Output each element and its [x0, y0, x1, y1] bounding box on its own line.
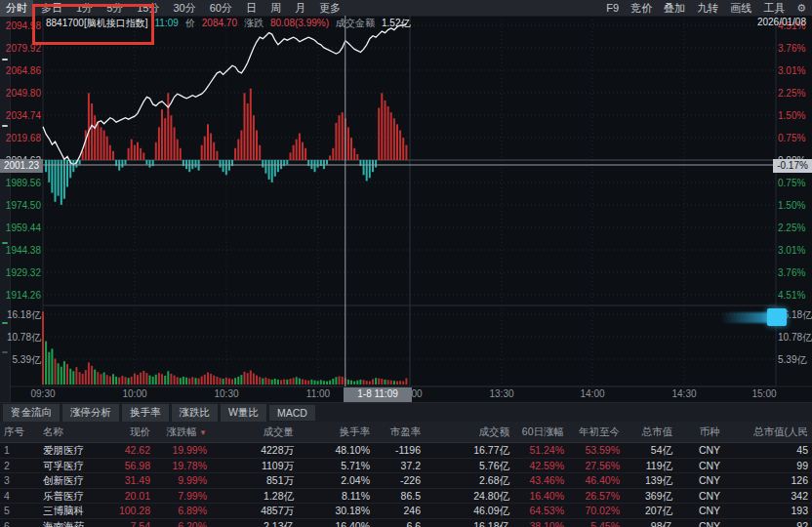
tool-item-F9[interactable]: F9 — [600, 1, 625, 15]
period-item-60分[interactable]: 60分 — [204, 0, 238, 17]
table-cell: 4857万 — [211, 504, 298, 518]
table-cell: 42.62 — [109, 443, 154, 458]
column-header-序号[interactable]: 序号 — [0, 422, 39, 442]
tool-item-九转[interactable]: 九转 — [691, 0, 724, 17]
crosshair-pct-tag: -0.17% — [773, 159, 812, 173]
table-cell: CNY — [676, 459, 743, 473]
table-cell: CNY — [676, 504, 743, 518]
indicator-tab-涨停分析[interactable]: 涨停分析 — [62, 404, 119, 422]
table-cell: 48.10% — [298, 443, 374, 458]
indicator-tab-涨跌比[interactable]: 涨跌比 — [172, 404, 219, 422]
column-header-总市值[interactable]: 总市值 — [624, 422, 676, 442]
period-item-周[interactable]: 周 — [264, 0, 287, 17]
column-header-成交量[interactable]: 成交量 — [211, 422, 298, 442]
table-cell: 46.09亿 — [425, 504, 513, 518]
highlight-comet-marker[interactable] — [767, 308, 787, 326]
table-cell: 2.13亿 — [211, 519, 298, 527]
column-header-名称[interactable]: 名称 — [39, 422, 109, 442]
table-cell: 6 — [0, 519, 39, 527]
table-cell: 8.11% — [298, 489, 374, 504]
table-cell: 2.68亿 — [425, 473, 513, 488]
column-header-币种[interactable]: 币种 — [676, 422, 743, 442]
table-cell: 海南海药 — [39, 519, 109, 527]
column-header-总市值(人民[interactable]: 总市值(人民 — [743, 422, 812, 442]
table-row-创新医疗[interactable]: 3创新医疗31.499.99%851万2.04%-2262.68亿43.46%4… — [0, 473, 812, 489]
column-header-年初至今[interactable]: 年初至今 — [568, 422, 624, 442]
table-cell: 2 — [0, 459, 39, 473]
table-cell: 119亿 — [624, 459, 676, 473]
annotation-box — [32, 4, 154, 45]
tool-item-工具[interactable]: 工具 — [757, 0, 791, 17]
column-header-60日涨幅[interactable]: 60日涨幅 — [513, 422, 568, 442]
table-cell: 54亿 — [624, 443, 676, 458]
stock-app-window: 2094.982079.922064.862049.802034.742019.… — [0, 0, 812, 527]
table-cell: 5.71% — [298, 459, 374, 473]
indicator-tab-MACD[interactable]: MACD — [269, 405, 315, 421]
tool-item-叠加[interactable]: 叠加 — [658, 0, 691, 17]
table-cell: 193 — [743, 504, 812, 518]
gear-icon[interactable]: ⚙ — [791, 2, 812, 15]
table-cell: 26.57% — [568, 489, 624, 504]
table-cell: 27.56% — [568, 459, 624, 473]
table-cell: 19.78% — [154, 459, 211, 473]
indicator-tab-bar: 资金流向涨停分析换手率涨跌比W量比MACD — [0, 402, 812, 423]
column-header-换手率[interactable]: 换手率 — [298, 422, 374, 442]
table-cell: 139亿 — [624, 473, 676, 488]
table-row-三博脑科[interactable]: 5三博脑科100.286.89%4857万30.18%24646.09亿64.5… — [0, 504, 812, 519]
table-row-可孚医疗[interactable]: 2可孚医疗56.9819.78%1109万5.71%37.25.76亿42.59… — [0, 459, 812, 474]
table-row-海南海药[interactable]: 6海南海药7.546.20%2.13亿16.40%-6.616.18亿38.10… — [0, 519, 812, 527]
table-cell: 7.99% — [154, 489, 211, 504]
period-item-月[interactable]: 月 — [289, 0, 311, 17]
period-item-更多[interactable]: 更多 — [313, 0, 346, 17]
collapsed-side-panel[interactable] — [0, 16, 11, 402]
table-cell: 45 — [743, 443, 812, 458]
table-header-row: 序号名称现价涨跌幅▼成交量换手率市盈率成交额60日涨幅年初至今总市值币种总市值(… — [0, 422, 812, 443]
indicator-tab-资金流向[interactable]: 资金流向 — [3, 404, 60, 422]
tool-item-画线[interactable]: 画线 — [724, 0, 757, 17]
table-row-乐普医疗[interactable]: 4乐普医疗20.017.99%1.28亿8.11%86.524.80亿16.40… — [0, 489, 812, 505]
side-panel-mark — [2, 125, 8, 127]
tool-item-竞价[interactable]: 竞价 — [625, 0, 658, 17]
sort-desc-icon: ▼ — [199, 428, 207, 437]
table-cell: 56.98 — [109, 459, 154, 473]
table-cell: 1 — [0, 443, 39, 458]
column-header-市盈率[interactable]: 市盈率 — [374, 422, 425, 442]
table-cell: 4228万 — [211, 443, 298, 458]
table-cell: 16.40% — [513, 489, 568, 504]
table-cell: CNY — [676, 519, 743, 527]
table-cell: 5.45% — [568, 519, 624, 527]
table-cell: 70.02% — [568, 504, 624, 518]
table-cell: 9.99% — [154, 473, 211, 488]
table-cell: 92 — [743, 519, 812, 527]
table-cell: 37.2 — [374, 459, 425, 473]
table-cell: 64.53% — [513, 504, 568, 518]
indicator-tab-换手率[interactable]: 换手率 — [122, 404, 169, 422]
period-item-日[interactable]: 日 — [240, 0, 263, 17]
table-cell: -1196 — [374, 443, 425, 458]
turnover-value: 1.52亿 — [382, 17, 410, 30]
table-cell: 3 — [0, 473, 39, 488]
column-header-涨跌幅[interactable]: 涨跌幅▼ — [154, 422, 211, 442]
table-cell: 16.18亿 — [425, 519, 513, 527]
table-cell: 创新医疗 — [39, 473, 109, 488]
column-header-现价[interactable]: 现价 — [109, 422, 154, 442]
table-cell: 30.18% — [298, 504, 374, 518]
table-cell: CNY — [676, 443, 743, 458]
table-cell: 20.01 — [109, 489, 154, 504]
table-cell: 爱朋医疗 — [39, 443, 109, 458]
table-cell: 100.28 — [109, 504, 154, 518]
price-value: 2084.70 — [202, 18, 237, 28]
table-cell: 342 — [743, 489, 812, 504]
table-cell: 1109万 — [211, 459, 298, 473]
period-item-分时[interactable]: 分时 — [0, 0, 33, 17]
indicator-tab-W量比[interactable]: W量比 — [221, 404, 266, 422]
table-cell: 2.04% — [298, 473, 374, 488]
table-cell: -226 — [374, 473, 425, 488]
table-cell: 7.54 — [109, 519, 154, 527]
highlight-comet-tail — [720, 312, 769, 323]
table-row-爱朋医疗[interactable]: 1爱朋医疗42.6219.99%4228万48.10%-119616.77亿51… — [0, 443, 812, 459]
side-panel-mark — [2, 322, 8, 324]
table-cell: 43.46% — [513, 473, 568, 488]
column-header-成交额[interactable]: 成交额 — [425, 422, 513, 442]
period-item-30分[interactable]: 30分 — [168, 0, 202, 17]
